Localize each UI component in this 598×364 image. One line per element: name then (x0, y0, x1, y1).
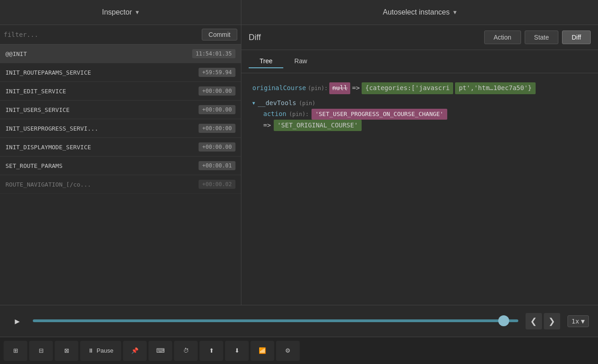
new-action-value: 'SET_ORIGINAL_COURSE' (274, 120, 362, 131)
tab-state-button[interactable]: State (525, 30, 559, 44)
action-time: +59:59.94 (199, 68, 235, 77)
tool-btn-2[interactable]: ⊟ (29, 341, 53, 361)
action-name: INIT_ROUTEPARAMS_SERVICE (5, 69, 91, 76)
action-time: +00:00.02 (199, 180, 235, 189)
null-badge: null (329, 82, 350, 94)
signal-button[interactable]: 📶 (250, 341, 274, 361)
action-name: ROUTE_NAVIGATION_[/co... (5, 181, 91, 188)
download-button[interactable]: ⬇ (225, 341, 249, 361)
filter-input[interactable] (4, 31, 198, 38)
upload-icon: ⬆ (209, 347, 214, 354)
action-time: +00:00:00 (199, 124, 235, 133)
autoselect-section: Autoselect instances ▼ (241, 0, 598, 25)
tool-icon-3: ⊠ (64, 347, 69, 354)
prev-button[interactable]: ❮ (526, 313, 542, 329)
action-name: INIT_DISPLAYMODE_SERVICE (5, 144, 91, 151)
slider-thumb[interactable] (498, 315, 509, 326)
inspector-chevron[interactable]: ▼ (136, 9, 139, 15)
action-name: INIT_USERPROGRESS_SERVI... (5, 125, 98, 132)
tab-diff-button[interactable]: Diff (562, 30, 591, 44)
upload-button[interactable]: ⬆ (199, 341, 223, 361)
main-content: Commit @@INIT 11:54:01.35 INIT_ROUTEPARA… (0, 25, 598, 305)
play-button[interactable]: ▶ (9, 313, 26, 329)
arrow2: => (263, 120, 271, 131)
pin-icon: 📌 (131, 347, 138, 354)
action-new-line: => 'SET_ORIGINAL_COURSE' (263, 120, 587, 131)
devtools-key: __devTools (258, 98, 296, 109)
pin-label: (pin): (308, 84, 327, 93)
settings-icon: ⚙ (285, 347, 291, 354)
diff-line-original-course: originalCourse (pin): null => {categorie… (252, 82, 587, 94)
action-time: +00:00.00 (199, 105, 235, 114)
action-time: 11:54:01.35 (192, 49, 235, 58)
nav-buttons: ❮ ❯ (526, 313, 560, 329)
action-item[interactable]: ROUTE_NAVIGATION_[/co... +00:00.02 (0, 175, 241, 194)
keyboard-icon: ⌨ (156, 347, 165, 354)
filter-row: Commit (0, 25, 241, 45)
next-button[interactable]: ❯ (544, 313, 560, 329)
keyboard-button[interactable]: ⌨ (148, 341, 172, 361)
action-line: action (pin): 'SET_USER_PROGRESS_ON_COUR… (263, 109, 587, 120)
speed-label: 1x (572, 318, 579, 325)
action-item[interactable]: INIT_DISPLAYMODE_SERVICE +00:00.00 (0, 138, 241, 157)
settings-button[interactable]: ⚙ (276, 341, 300, 361)
speed-select[interactable]: 1x ▼ (567, 315, 589, 327)
tool-icon-1: ⊞ (13, 347, 18, 354)
tool-btn-1[interactable]: ⊞ (4, 341, 27, 361)
action-item[interactable]: @@INIT 11:54:01.35 (0, 45, 241, 63)
right-panel: Diff Action State Diff Tree Raw original… (241, 25, 598, 305)
action-key: action (263, 109, 286, 120)
pause-button[interactable]: ⏸ Pause (80, 341, 121, 361)
devtools-pin: (pin) (299, 99, 315, 108)
arrow: => (352, 83, 360, 94)
action-pin: (pin): (289, 110, 309, 119)
autoselect-title: Autoselect instances (383, 8, 450, 16)
slider-container[interactable] (33, 319, 518, 323)
action-name: SET_ROUTE_PARAMS (5, 162, 62, 169)
autoselect-chevron[interactable]: ▼ (453, 9, 456, 15)
timer-icon: ⏱ (183, 347, 189, 354)
tab-action-button[interactable]: Action (484, 30, 521, 44)
bottom-toolbar: ⊞ ⊟ ⊠ ⏸ Pause 📌 ⌨ ⏱ ⬆ ⬇ 📶 ⚙ (0, 337, 598, 364)
action-name: INIT_EDIT_SERVICE (5, 88, 66, 95)
commit-button[interactable]: Commit (202, 29, 237, 40)
action-item[interactable]: SET_ROUTE_PARAMS +00:00.01 (0, 157, 241, 175)
speed-chevron-icon: ▼ (581, 318, 585, 325)
tab-tree[interactable]: Tree (249, 55, 283, 68)
action-list: @@INIT 11:54:01.35 INIT_ROUTEPARAMS_SERV… (0, 45, 241, 305)
action-item[interactable]: INIT_USERS_SERVICE +00:00.00 (0, 101, 241, 119)
top-header: Inspector ▼ Autoselect instances ▼ (0, 0, 598, 25)
old-action-value: 'SET_USER_PROGRESS_ON_COURSE_CHANGE' (312, 109, 447, 120)
diff-title: Diff (249, 33, 480, 42)
devtools-toggle[interactable]: ▼ __devTools (pin) (252, 98, 587, 109)
toggle-chevron-icon: ▼ (252, 99, 255, 107)
diff-header: Diff Action State Diff (241, 25, 598, 50)
sub-tabs: Tree Raw (241, 50, 598, 73)
action-item[interactable]: INIT_USERPROGRESS_SERVI... +00:00:00 (0, 119, 241, 138)
timer-button[interactable]: ⏱ (174, 341, 198, 361)
action-name: @@INIT (5, 51, 27, 57)
action-name: INIT_USERS_SERVICE (5, 106, 70, 113)
inspector-section: Inspector ▼ (0, 0, 241, 25)
new-value-course: {categories:['javascri (362, 82, 453, 94)
tab-raw[interactable]: Raw (283, 55, 318, 68)
pin-button[interactable]: 📌 (123, 341, 147, 361)
playback-bar: ▶ ❮ ❯ 1x ▼ (0, 305, 598, 337)
action-time: +00:00.01 (199, 161, 235, 170)
signal-icon: 📶 (259, 347, 266, 354)
slider-track (33, 319, 518, 322)
left-panel: Commit @@INIT 11:54:01.35 INIT_ROUTEPARA… (0, 25, 241, 305)
key-original-course: originalCourse (252, 83, 306, 94)
pause-label: Pause (97, 347, 113, 354)
pause-icon: ⏸ (88, 347, 94, 354)
inspector-title: Inspector (102, 8, 132, 16)
tool-icon-2: ⊟ (39, 347, 44, 354)
download-icon: ⬇ (235, 347, 240, 354)
action-time: +00:00.00 (199, 86, 235, 96)
action-item[interactable]: INIT_ROUTEPARAMS_SERVICE +59:59.94 (0, 63, 241, 82)
tool-btn-3[interactable]: ⊠ (55, 341, 78, 361)
new-value-course2: pt','htm…10ec7a50'} (455, 82, 535, 94)
devtools-section: ▼ __devTools (pin) action (pin): 'SET_US… (252, 98, 587, 131)
diff-content: originalCourse (pin): null => {categorie… (241, 73, 598, 305)
action-item[interactable]: INIT_EDIT_SERVICE +00:00.00 (0, 82, 241, 101)
